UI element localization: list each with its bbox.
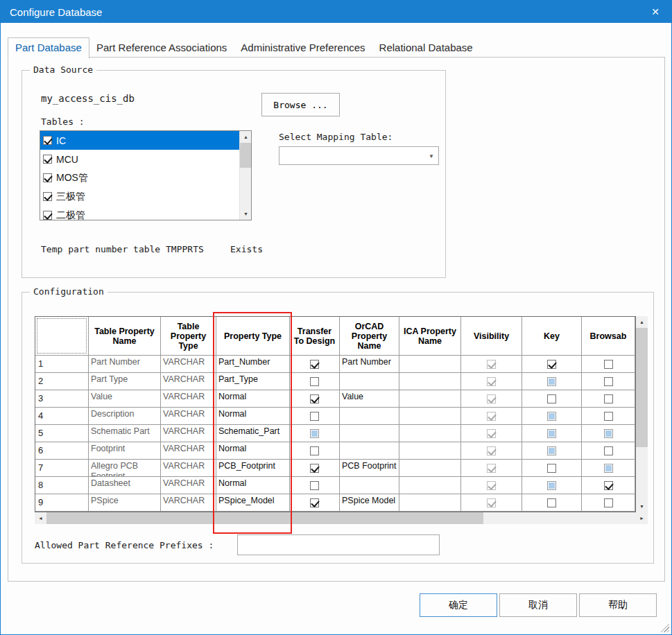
ica-property-name[interactable]	[399, 356, 461, 373]
orcad-property-name[interactable]: PSpice Model	[340, 494, 399, 512]
browsable-checkbox[interactable]	[604, 377, 613, 386]
visibility-checkbox[interactable]	[487, 481, 496, 490]
key-checkbox[interactable]	[547, 360, 556, 369]
ica-property-name[interactable]	[399, 494, 461, 512]
row-number[interactable]: 2	[35, 373, 89, 390]
key-checkbox[interactable]	[547, 377, 556, 386]
browsable-checkbox[interactable]	[604, 446, 613, 455]
grid-vertical-scrollbar[interactable]: ▲ ▼	[636, 316, 648, 512]
visibility-checkbox[interactable]	[487, 498, 496, 507]
tab-administrative-preferences[interactable]: Administrative Preferences	[234, 38, 372, 58]
visibility-checkbox[interactable]	[487, 464, 496, 473]
key-checkbox[interactable]	[547, 498, 556, 507]
browsable-checkbox[interactable]	[604, 360, 613, 369]
visibility-checkbox[interactable]	[487, 446, 496, 455]
scroll-thumb[interactable]	[636, 328, 648, 447]
allowed-prefixes-input[interactable]	[237, 534, 440, 555]
transfer-to-design-checkbox[interactable]	[310, 464, 319, 473]
scroll-down-icon[interactable]: ▼	[240, 208, 252, 220]
property-type[interactable]: Part_Type	[216, 373, 290, 390]
transfer-to-design-checkbox[interactable]	[310, 394, 319, 403]
scroll-left-icon[interactable]: ◄	[35, 512, 46, 524]
property-type[interactable]: Normal	[216, 390, 290, 408]
row-number[interactable]: 5	[35, 425, 89, 442]
table-checkbox[interactable]	[43, 192, 52, 201]
ok-button[interactable]: 确定	[420, 593, 497, 617]
visibility-checkbox[interactable]	[487, 412, 496, 421]
row-number[interactable]: 8	[35, 477, 89, 494]
tables-list-scrollbar[interactable]: ▲ ▼	[239, 131, 251, 220]
browsable-checkbox[interactable]	[604, 412, 613, 421]
orcad-property-name[interactable]: Value	[340, 390, 399, 408]
transfer-to-design-checkbox[interactable]	[310, 446, 319, 455]
browsable-checkbox[interactable]	[604, 498, 613, 507]
list-item[interactable]: MOS管	[40, 168, 241, 187]
cancel-button[interactable]: 取消	[499, 593, 577, 617]
row-number[interactable]: 4	[35, 408, 89, 425]
table-checkbox[interactable]	[43, 211, 52, 220]
help-button[interactable]: 帮助	[579, 593, 657, 617]
ica-property-name[interactable]	[399, 390, 461, 408]
visibility-checkbox[interactable]	[487, 360, 496, 369]
grid-horizontal-scrollbar[interactable]: ◄ ►	[35, 512, 648, 524]
table-checkbox[interactable]	[43, 173, 52, 182]
key-checkbox[interactable]	[547, 446, 556, 455]
transfer-to-design-checkbox[interactable]	[310, 429, 319, 438]
scroll-up-icon[interactable]: ▲	[636, 316, 648, 328]
property-type[interactable]: Normal	[216, 408, 290, 425]
ica-property-name[interactable]	[399, 460, 461, 477]
dropdown-arrow-icon[interactable]: ▼	[429, 153, 434, 159]
visibility-checkbox[interactable]	[487, 429, 496, 438]
row-number[interactable]: 3	[35, 390, 89, 408]
property-type[interactable]: Schematic_Part	[216, 425, 290, 442]
orcad-property-name[interactable]	[340, 442, 399, 460]
orcad-property-name[interactable]: Part Number	[340, 356, 399, 373]
scroll-thumb[interactable]	[46, 512, 483, 524]
ica-property-name[interactable]	[399, 477, 461, 494]
property-type[interactable]: Normal	[216, 442, 290, 460]
row-number[interactable]: 7	[35, 460, 89, 477]
tab-relational-database[interactable]: Relational Database	[372, 38, 480, 58]
mapping-table-combobox[interactable]: ▼	[279, 146, 439, 165]
resize-grip[interactable]	[660, 623, 669, 632]
key-checkbox[interactable]	[547, 481, 556, 490]
titlebar[interactable]: Configure Database ✕	[1, 1, 671, 23]
property-type[interactable]: Normal	[216, 477, 290, 494]
ica-property-name[interactable]	[399, 408, 461, 425]
list-item[interactable]: MCU	[40, 150, 241, 168]
ica-property-name[interactable]	[399, 442, 461, 460]
orcad-property-name[interactable]	[340, 408, 399, 425]
transfer-to-design-checkbox[interactable]	[310, 498, 319, 507]
key-checkbox[interactable]	[547, 429, 556, 438]
browsable-checkbox[interactable]	[604, 394, 613, 403]
property-type[interactable]: Part_Number	[216, 356, 290, 373]
row-number[interactable]: 9	[35, 494, 89, 512]
ica-property-name[interactable]	[399, 373, 461, 390]
browsable-checkbox[interactable]	[604, 481, 613, 490]
table-checkbox[interactable]	[43, 155, 52, 164]
property-type[interactable]: PCB_Footprint	[216, 460, 290, 477]
close-button[interactable]: ✕	[639, 1, 671, 23]
transfer-to-design-checkbox[interactable]	[310, 377, 319, 386]
property-type[interactable]: PSpice_Model	[216, 494, 290, 512]
tab-part-reference-associations[interactable]: Part Reference Associations	[89, 38, 234, 58]
orcad-property-name[interactable]	[340, 477, 399, 494]
transfer-to-design-checkbox[interactable]	[310, 481, 319, 490]
row-number[interactable]: 6	[35, 442, 89, 460]
key-checkbox[interactable]	[547, 394, 556, 403]
scroll-thumb[interactable]	[240, 143, 252, 168]
browse-button[interactable]: Browse ...	[261, 93, 340, 116]
list-item[interactable]: IC	[40, 131, 241, 150]
transfer-to-design-checkbox[interactable]	[310, 360, 319, 369]
browsable-checkbox[interactable]	[604, 429, 613, 438]
transfer-to-design-checkbox[interactable]	[310, 412, 319, 421]
scroll-up-icon[interactable]: ▲	[240, 131, 252, 143]
orcad-property-name[interactable]: PCB Footprint	[340, 460, 399, 477]
row-number[interactable]: 1	[35, 356, 89, 373]
key-checkbox[interactable]	[547, 464, 556, 473]
ica-property-name[interactable]	[399, 425, 461, 442]
list-item[interactable]: 二极管	[40, 206, 241, 220]
orcad-property-name[interactable]	[340, 373, 399, 390]
scroll-right-icon[interactable]: ►	[636, 512, 648, 524]
table-checkbox[interactable]	[43, 136, 52, 145]
